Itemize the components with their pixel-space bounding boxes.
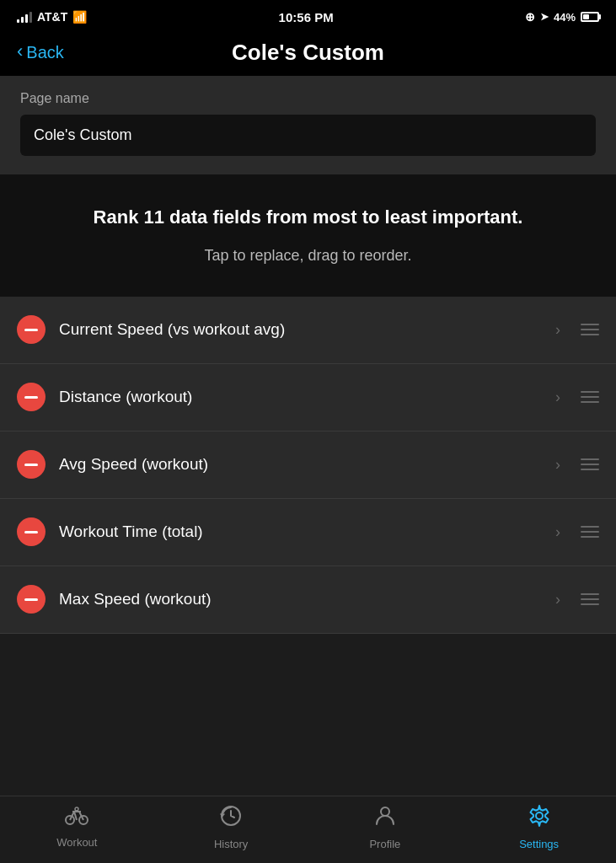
drag-line — [581, 598, 599, 600]
settings-icon — [528, 804, 551, 834]
back-label: Back — [26, 43, 63, 62]
tab-workout-label: Workout — [56, 836, 97, 849]
field-item-2: Distance (workout) › — [0, 364, 616, 432]
drag-handle-3[interactable] — [581, 458, 599, 470]
drag-line — [581, 536, 599, 538]
instructions-section: Rank 11 data fields from most to least i… — [0, 174, 616, 297]
status-time: 10:56 PM — [279, 10, 334, 24]
wifi-icon: 📶 — [72, 10, 87, 24]
minus-icon-4 — [24, 531, 38, 533]
remove-button-5[interactable] — [17, 585, 46, 614]
drag-line — [581, 324, 599, 325]
drag-line — [581, 531, 599, 533]
instructions-title: Rank 11 data fields from most to least i… — [42, 205, 574, 230]
svg-point-5 — [536, 812, 543, 819]
drag-line — [581, 396, 599, 398]
back-chevron-icon: ‹ — [17, 40, 23, 62]
minus-icon-2 — [24, 396, 38, 399]
field-item-3: Avg Speed (workout) › — [0, 432, 616, 499]
tab-history[interactable]: History — [154, 796, 308, 863]
field-name-5[interactable]: Max Speed (workout) — [59, 590, 542, 608]
history-icon — [219, 804, 243, 834]
remove-button-1[interactable] — [17, 315, 46, 344]
drag-line — [581, 391, 599, 393]
page-name-input[interactable] — [20, 115, 596, 156]
page-name-label: Page name — [20, 91, 596, 106]
battery-percent: 44% — [554, 11, 576, 24]
back-button[interactable]: ‹ Back — [17, 42, 64, 62]
drag-handle-1[interactable] — [581, 324, 599, 335]
minus-icon-1 — [24, 329, 38, 331]
status-left: AT&T 📶 — [17, 10, 87, 24]
drag-handle-4[interactable] — [581, 526, 599, 538]
field-name-3[interactable]: Avg Speed (workout) — [59, 455, 542, 474]
minus-icon-5 — [24, 598, 38, 601]
remove-button-3[interactable] — [17, 450, 46, 479]
drag-handle-5[interactable] — [581, 593, 599, 605]
chevron-icon-3: › — [555, 456, 560, 474]
svg-point-4 — [381, 807, 389, 816]
tab-settings-label: Settings — [519, 838, 559, 850]
tab-profile[interactable]: Profile — [308, 796, 463, 863]
battery-icon — [581, 12, 599, 22]
tab-history-label: History — [214, 838, 248, 850]
instructions-subtitle: Tap to replace, drag to reorder. — [42, 245, 574, 266]
drag-line — [581, 334, 599, 335]
workout-icon — [64, 806, 89, 832]
page-name-section: Page name — [0, 76, 616, 174]
field-name-1[interactable]: Current Speed (vs workout avg) — [59, 320, 542, 339]
field-item-5: Max Speed (workout) › — [0, 566, 616, 634]
drag-line — [581, 464, 599, 465]
drag-line — [581, 593, 599, 595]
signal-bars-icon — [17, 11, 32, 23]
svg-point-2 — [75, 807, 78, 811]
drag-line — [581, 401, 599, 403]
chevron-icon-5: › — [555, 591, 560, 608]
page-title: Cole's Custom — [232, 40, 384, 66]
direction-icon: ➤ — [540, 11, 549, 23]
minus-icon-3 — [24, 464, 38, 466]
field-item-1: Current Speed (vs workout avg) › — [0, 297, 616, 364]
fields-list: Current Speed (vs workout avg) › Distanc… — [0, 297, 616, 634]
field-item-4: Workout Time (total) › — [0, 499, 616, 566]
remove-button-4[interactable] — [17, 517, 46, 546]
drag-line — [581, 458, 599, 460]
carrier-label: AT&T — [37, 10, 67, 24]
drag-line — [581, 469, 599, 470]
drag-line — [581, 526, 599, 528]
tab-profile-label: Profile — [369, 838, 400, 850]
field-name-2[interactable]: Distance (workout) — [59, 388, 542, 406]
drag-line — [581, 329, 599, 330]
tab-workout[interactable]: Workout — [0, 796, 154, 863]
profile-icon — [373, 804, 397, 834]
remove-button-2[interactable] — [17, 383, 46, 411]
status-right: ⊕ ➤ 44% — [525, 10, 599, 24]
tab-settings[interactable]: Settings — [462, 796, 616, 863]
nav-header: ‹ Back Cole's Custom — [0, 34, 616, 76]
drag-line — [581, 603, 599, 605]
status-bar: AT&T 📶 10:56 PM ⊕ ➤ 44% — [0, 0, 616, 34]
location-icon: ⊕ — [525, 10, 535, 24]
chevron-icon-4: › — [555, 523, 560, 541]
field-name-4[interactable]: Workout Time (total) — [59, 523, 542, 541]
tab-bar: Workout History Profile — [0, 796, 616, 863]
drag-handle-2[interactable] — [581, 391, 599, 403]
chevron-icon-2: › — [555, 389, 560, 406]
chevron-icon-1: › — [555, 321, 560, 339]
